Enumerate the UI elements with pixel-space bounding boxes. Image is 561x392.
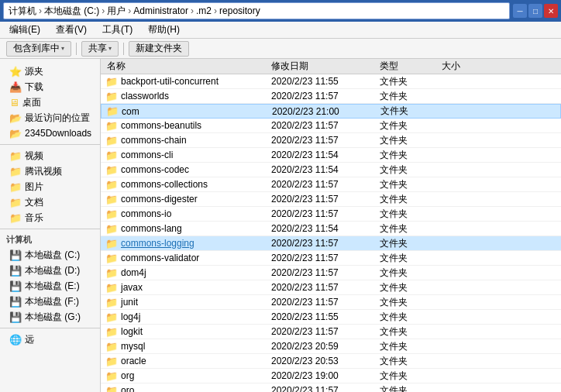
table-row[interactable]: 📁oracle2020/2/23 20:53文件夹 [101, 354, 561, 369]
folder-icon: 📁 [105, 282, 118, 294]
sidebar-item-drive-g[interactable]: 💾 本地磁盘 (G:) [0, 309, 100, 325]
table-row[interactable]: 📁mysql2020/2/23 20:59文件夹 [101, 339, 561, 354]
maximize-button[interactable]: □ [528, 4, 542, 18]
table-row[interactable]: 📁commons-io2020/2/23 11:57文件夹 [101, 207, 561, 222]
file-name: 📁log4j [101, 311, 271, 323]
table-row[interactable]: 📁classworlds2020/2/23 11:57文件夹 [101, 89, 561, 104]
table-row[interactable]: 📁commons-validator2020/2/23 11:57文件夹 [101, 251, 561, 266]
table-row[interactable]: 📁oro2020/2/23 11:57文件夹 [101, 383, 561, 392]
table-row[interactable]: 📁commons-codec2020/2/23 11:54文件夹 [101, 163, 561, 177]
sidebar-item-drive-f[interactable]: 💾 本地磁盘 (F:) [0, 294, 100, 309]
close-button[interactable]: ✕ [544, 4, 558, 18]
file-name-text: commons-collections [121, 179, 208, 190]
file-type: 文件夹 [380, 384, 442, 393]
sidebar-item-music[interactable]: 📁 音乐 [0, 210, 100, 225]
sidebar-label: 本地磁盘 (E:) [25, 280, 80, 293]
file-type: 文件夹 [380, 266, 442, 280]
file-date: 2020/2/23 11:57 [271, 179, 380, 190]
table-row[interactable]: 📁log4j2020/2/23 11:55文件夹 [101, 310, 561, 325]
sidebar-label: 远 [25, 333, 34, 346]
col-header-type[interactable]: 类型 [380, 60, 442, 73]
file-name-text: commons-codec [121, 164, 189, 175]
sidebar-item-documents[interactable]: 📁 文档 [0, 194, 100, 210]
sidebar-item-video[interactable]: 📁 视频 [0, 148, 100, 163]
sidebar: ⭐ 源夹 📥 下载 🖥 桌面 📂 最近访问的位置 📂 2345Downloads [0, 59, 101, 392]
table-row[interactable]: 📁commons-logging2020/2/23 11:57文件夹 [101, 236, 561, 251]
file-date: 2020/2/23 11:54 [271, 223, 380, 234]
minimize-button[interactable]: ─ [513, 4, 527, 18]
table-row[interactable]: 📁org2020/2/23 19:00文件夹 [101, 369, 561, 383]
sidebar-label: 下载 [25, 81, 43, 94]
file-name-text: mysql [121, 341, 145, 352]
table-row[interactable]: 📁backport-util-concurrent2020/2/23 11:55… [101, 74, 561, 89]
file-date: 2020/2/23 11:57 [271, 208, 380, 219]
sidebar-item-tencent-video[interactable]: 📁 腾讯视频 [0, 163, 100, 179]
file-type: 文件夹 [380, 208, 442, 221]
table-row[interactable]: 📁commons-lang2020/2/23 11:54文件夹 [101, 222, 561, 236]
table-row[interactable]: 📁com2020/2/23 21:00文件夹 [101, 104, 561, 119]
file-type: 文件夹 [380, 75, 442, 88]
file-name-text: javax [121, 282, 143, 293]
file-name-text: logkit [121, 326, 143, 337]
folder-icon: 📁 [105, 341, 118, 352]
sidebar-label: 视频 [25, 150, 43, 163]
sidebar-label: 本地磁盘 (G:) [25, 311, 81, 324]
content-area[interactable]: 名称 修改日期 类型 大小 📁backport-util-concurrent2… [101, 59, 561, 392]
file-date: 2020/2/23 11:57 [271, 297, 380, 308]
table-row[interactable]: 📁commons-beanutils2020/2/23 11:57文件夹 [101, 119, 561, 133]
col-header-date[interactable]: 修改日期 [271, 60, 380, 73]
window-controls: ─ □ ✕ [513, 4, 558, 18]
breadcrumb[interactable]: 计算机 › 本地磁盘 (C:) › 用户 › Administrator › .… [3, 2, 510, 19]
table-row[interactable]: 📁javax2020/2/23 11:57文件夹 [101, 280, 561, 295]
libraries-section: 📁 视频 📁 腾讯视频 📁 图片 📁 文档 📁 音乐 [0, 148, 100, 225]
table-row[interactable]: 📁commons-collections2020/2/23 11:57文件夹 [101, 177, 561, 192]
file-type: 文件夹 [380, 222, 442, 236]
file-name: 📁junit [101, 297, 271, 308]
table-row[interactable]: 📁commons-digester2020/2/23 11:57文件夹 [101, 192, 561, 207]
table-row[interactable]: 📁commons-chain2020/2/23 11:57文件夹 [101, 133, 561, 148]
file-date: 2020/2/23 11:57 [271, 282, 380, 293]
menu-view[interactable]: 查看(V) [53, 22, 90, 38]
sidebar-item-pictures[interactable]: 📁 图片 [0, 179, 100, 194]
table-row[interactable]: 📁logkit2020/2/23 11:57文件夹 [101, 325, 561, 339]
sidebar-label: 本地磁盘 (C:) [25, 249, 80, 262]
menu-help[interactable]: 帮助(H) [145, 22, 183, 38]
file-name-text: classworlds [121, 91, 169, 101]
menu-tools[interactable]: 工具(T) [99, 22, 136, 38]
folder-icon: 📁 [105, 91, 118, 102]
sidebar-label: 2345Downloads [25, 128, 91, 139]
file-date: 2020/2/23 11:57 [271, 267, 380, 278]
file-date: 2020/2/23 11:55 [271, 76, 380, 87]
sidebar-item-2345downloads[interactable]: 📂 2345Downloads [0, 126, 100, 141]
table-row[interactable]: 📁dom4j2020/2/23 11:57文件夹 [101, 266, 561, 280]
new-folder-button[interactable]: 新建文件夹 [129, 41, 189, 57]
sidebar-item-favorites-2[interactable]: 🖥 桌面 [0, 95, 100, 110]
col-header-name[interactable]: 名称 [101, 60, 271, 73]
folder-icon: 📁 [105, 385, 118, 393]
sidebar-item-favorites-1[interactable]: 📥 下载 [0, 79, 100, 95]
folder-icon: 📁 [105, 297, 118, 308]
sidebar-item-favorites-0[interactable]: ⭐ 源夹 [0, 64, 100, 79]
menu-edit[interactable]: 编辑(E) [6, 22, 43, 38]
sidebar-item-network[interactable]: 🌐 远 [0, 332, 100, 347]
file-name: 📁oracle [101, 356, 271, 367]
file-name-text: commons-lang [121, 223, 182, 234]
drive-icon: 💾 [9, 265, 22, 277]
table-row[interactable]: 📁commons-cli2020/2/23 11:54文件夹 [101, 148, 561, 163]
drive-icon: 💾 [9, 249, 22, 261]
sidebar-item-drive-d[interactable]: 💾 本地磁盘 (D:) [0, 263, 100, 278]
share-button[interactable]: 共享 ▾ [81, 41, 119, 57]
col-header-size[interactable]: 大小 [442, 60, 504, 73]
sidebar-item-recent[interactable]: 📂 最近访问的位置 [0, 110, 100, 126]
sidebar-item-drive-c[interactable]: 💾 本地磁盘 (C:) [0, 247, 100, 263]
file-rows-container: 📁backport-util-concurrent2020/2/23 11:55… [101, 74, 561, 392]
table-row[interactable]: 📁junit2020/2/23 11:57文件夹 [101, 295, 561, 310]
file-date: 2020/2/23 11:57 [271, 120, 380, 131]
drive-icon: 💾 [9, 296, 22, 308]
file-name: 📁logkit [101, 326, 271, 338]
include-library-button[interactable]: 包含到库中 ▾ [6, 41, 71, 57]
file-name-text: commons-cli [121, 150, 173, 160]
file-name: 📁commons-digester [101, 194, 271, 205]
sidebar-item-drive-e[interactable]: 💾 本地磁盘 (E:) [0, 278, 100, 294]
file-name: 📁commons-cli [101, 150, 271, 161]
